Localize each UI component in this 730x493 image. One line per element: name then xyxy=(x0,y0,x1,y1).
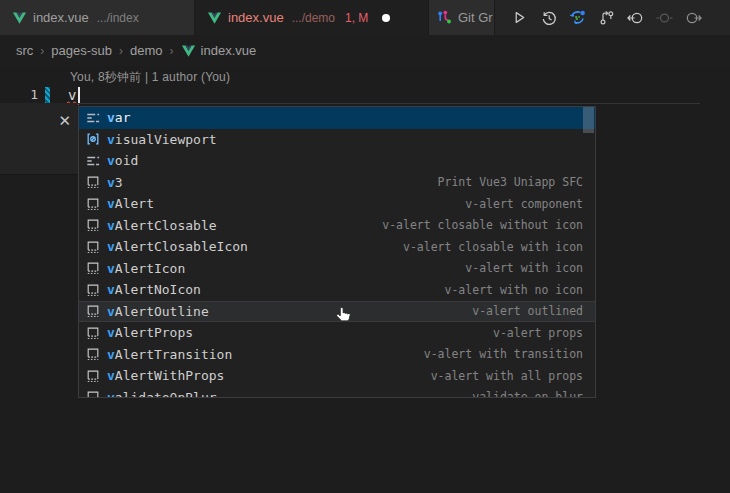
unsaved-dot-icon[interactable] xyxy=(382,14,390,22)
pull-request-icon[interactable] xyxy=(598,9,615,26)
vue-file-icon xyxy=(12,11,27,25)
suggestion-label: vAlert xyxy=(107,196,154,211)
suggestion-detail: v-alert with transition xyxy=(424,347,583,361)
snippet-icon xyxy=(85,325,101,341)
breadcrumb-item-src[interactable]: src xyxy=(16,43,33,58)
tab-git-graph[interactable]: Git Gr xyxy=(429,0,495,35)
breadcrumb-item-demo[interactable]: demo xyxy=(130,43,163,58)
breadcrumb: src › pages-sub › demo › index.vue xyxy=(0,35,730,66)
tab-index-vue-demo[interactable]: index.vue .../demo 1, M xyxy=(195,0,429,35)
snippet-icon xyxy=(85,368,101,384)
suggestion-label: vAlertIcon xyxy=(107,261,185,276)
suggestion-item-vAlertWithProps[interactable]: vAlertWithPropsv-alert with all props xyxy=(79,365,595,387)
suggestion-item-vAlertProps[interactable]: vAlertPropsv-alert props xyxy=(79,322,595,344)
suggestion-label: validateOnBlur xyxy=(107,390,217,398)
mouse-cursor xyxy=(336,306,353,325)
tab-label: Git Gr xyxy=(458,10,493,25)
suggestion-item-var[interactable]: var xyxy=(79,107,595,129)
tab-path-hint: .../index xyxy=(97,11,139,25)
problems-modified-badge: 1, M xyxy=(345,11,368,25)
suggestion-label: vAlertProps xyxy=(107,325,193,340)
suggestion-item-vAlertNoIcon[interactable]: vAlertNoIconv-alert with no icon xyxy=(79,279,595,301)
suggestion-label: vAlertTransition xyxy=(107,347,232,362)
snippet-icon xyxy=(85,346,101,362)
git-graph-icon xyxy=(437,10,452,25)
suggestion-detail: v-alert outlined xyxy=(472,304,583,318)
chevron-right-icon: › xyxy=(40,44,44,58)
suggestion-list: varvisualViewportvoidv3Print Vue3 Uniapp… xyxy=(79,107,595,398)
line-number: 1 xyxy=(22,87,38,102)
overlay-panel: ✕ xyxy=(0,103,78,175)
suggestion-detail: v-alert with all props xyxy=(431,369,583,383)
suggestion-label: vAlertClosable xyxy=(107,218,217,233)
close-icon[interactable]: ✕ xyxy=(58,113,71,128)
vscode-window: index.vue .../index index.vue .../demo 1… xyxy=(0,0,730,493)
suggestion-label: vAlertOutline xyxy=(107,304,209,319)
snippet-icon xyxy=(85,174,101,190)
suggestion-label: vAlertClosableIcon xyxy=(107,239,248,254)
current-line-border xyxy=(78,103,700,104)
navigate-forward-icon[interactable] xyxy=(685,9,702,26)
tab-index-vue-pages[interactable]: index.vue .../index xyxy=(0,0,195,35)
suggestion-label: void xyxy=(107,153,138,168)
navigate-back-icon[interactable] xyxy=(627,9,644,26)
git-blame-annotation[interactable]: You, 8秒钟前 | 1 author (You) xyxy=(70,69,230,86)
suggestion-item-void[interactable]: void xyxy=(79,150,595,172)
tab-filename: index.vue xyxy=(33,10,89,25)
scrollbar-thumb[interactable] xyxy=(583,107,594,133)
suggestion-item-vAlert[interactable]: vAlertv-alert component xyxy=(79,193,595,215)
run-icon[interactable] xyxy=(511,9,528,26)
suggestion-item-vAlertIcon[interactable]: vAlertIconv-alert with icon xyxy=(79,258,595,280)
keyword-icon xyxy=(85,110,101,126)
variable-icon xyxy=(85,131,101,147)
suggestion-detail: v-alert with no icon xyxy=(445,283,583,297)
suggestion-detail: validate on blur xyxy=(472,390,583,398)
snippet-icon xyxy=(85,217,101,233)
tab-bar: index.vue .../index index.vue .../demo 1… xyxy=(0,0,730,35)
suggestion-item-validateOnBlur[interactable]: validateOnBlurvalidate on blur xyxy=(79,387,595,399)
snippet-icon xyxy=(85,389,101,398)
vue-file-icon xyxy=(181,44,196,58)
breadcrumb-item-pages-sub[interactable]: pages-sub xyxy=(51,43,112,58)
suggestion-item-vAlertClosableIcon[interactable]: vAlertClosableIconv-alert closable with … xyxy=(79,236,595,258)
chevron-right-icon: › xyxy=(119,44,123,58)
suggestion-detail: v-alert closable without icon xyxy=(382,218,583,232)
suggestion-label: var xyxy=(107,110,130,125)
chevron-right-icon: › xyxy=(170,44,174,58)
tab-filename: index.vue xyxy=(228,10,284,25)
suggestion-detail: v-alert component xyxy=(465,197,583,211)
suggest-widget: varvisualViewportvoidv3Print Vue3 Uniapp… xyxy=(78,106,596,398)
snippet-icon xyxy=(85,260,101,276)
translate-sync-icon[interactable] xyxy=(569,9,586,26)
suggestion-item-vAlertTransition[interactable]: vAlertTransitionv-alert with transition xyxy=(79,344,595,366)
suggestion-item-vAlertClosable[interactable]: vAlertClosablev-alert closable without i… xyxy=(79,215,595,237)
suggestion-item-visualViewport[interactable]: visualViewport xyxy=(79,129,595,151)
keyword-icon xyxy=(85,153,101,169)
history-icon[interactable] xyxy=(540,9,557,26)
suggestion-label: vAlertNoIcon xyxy=(107,282,201,297)
snippet-icon xyxy=(85,303,101,319)
snippet-icon xyxy=(85,282,101,298)
tab-path-hint: .../demo xyxy=(292,11,335,25)
gutter-modified-indicator[interactable] xyxy=(45,87,50,104)
breadcrumb-filename: index.vue xyxy=(201,43,257,58)
marker-disabled-icon[interactable] xyxy=(656,9,673,26)
suggestion-detail: Print Vue3 Uniapp SFC xyxy=(438,175,583,189)
suggestion-item-v3[interactable]: v3Print Vue3 Uniapp SFC xyxy=(79,172,595,194)
suggestion-label: vAlertWithProps xyxy=(107,368,224,383)
snippet-icon xyxy=(85,239,101,255)
snippet-icon xyxy=(85,196,101,212)
suggestion-detail: v-alert closable with icon xyxy=(403,240,583,254)
suggestion-label: visualViewport xyxy=(107,132,217,147)
suggestion-label: v3 xyxy=(107,175,123,190)
vue-file-icon xyxy=(207,11,222,25)
suggestion-detail: v-alert with icon xyxy=(465,261,583,275)
breadcrumb-item-file[interactable]: index.vue xyxy=(181,43,257,58)
suggestion-detail: v-alert props xyxy=(493,326,583,340)
editor-actions xyxy=(497,0,712,35)
